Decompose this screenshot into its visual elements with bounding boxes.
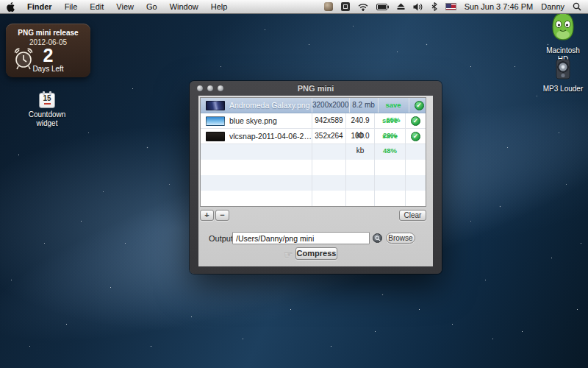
table-row-empty	[201, 175, 426, 191]
file-dimensions: 352x264	[312, 129, 345, 144]
pointing-hand-icon: ☞	[284, 249, 293, 261]
file-size: 240.9 kb	[345, 113, 374, 128]
add-file-button[interactable]: +	[200, 210, 214, 221]
table-row[interactable]: blue skye.png 942x589 240.9 kb save 29% …	[201, 113, 426, 129]
table-row[interactable]: Andromeda Galaxy.png 3200x2000 8.2 mb sa…	[201, 98, 426, 113]
wifi-icon[interactable]	[358, 3, 368, 11]
speaker-icon	[554, 59, 572, 79]
check-icon: ✓	[411, 116, 420, 126]
file-name: blue skye.png	[229, 116, 277, 125]
file-size: 8.2 mb	[349, 98, 378, 113]
file-name: Andromeda Galaxy.png	[229, 101, 310, 110]
file-save-percent: save 29%	[374, 113, 405, 128]
menu-finder[interactable]: Finder	[27, 2, 52, 11]
window-title: PNG mini	[190, 81, 442, 96]
battery-icon[interactable]	[376, 4, 389, 10]
output-label: Output:	[209, 234, 235, 243]
clear-button[interactable]: Clear	[399, 210, 426, 221]
us-flag-icon[interactable]	[445, 3, 456, 10]
search-icon[interactable]	[373, 233, 382, 243]
volume-icon[interactable]	[413, 3, 423, 11]
zoom-button[interactable]	[218, 85, 223, 91]
menu-window[interactable]: Window	[170, 2, 198, 11]
menu-bar: Finder File Edit View Go Window Help	[0, 0, 588, 14]
file-dimensions: 942x589	[312, 113, 345, 128]
green-creature-icon	[548, 10, 578, 41]
traffic-lights	[197, 85, 223, 91]
window-titlebar[interactable]: PNG mini	[190, 81, 442, 96]
thumbnail-galaxy	[206, 101, 225, 110]
minimize-button[interactable]	[207, 85, 213, 91]
table-row-empty	[201, 160, 426, 175]
desktop: Finder File Edit View Go Window Help	[0, 0, 588, 368]
browse-button[interactable]: Browse	[386, 233, 415, 244]
desktop-icon-mp3-louder[interactable]: MP3 Louder	[540, 59, 586, 93]
file-name: vlcsnap-2011-04-06-20h40m36s165.png	[229, 132, 312, 141]
file-size: 100.0 kb	[345, 129, 374, 144]
menu-clock[interactable]: Sun Jun 3 7:46 PM	[465, 2, 534, 11]
compress-row: ☞ Compress	[198, 247, 433, 262]
table-row-empty	[201, 144, 426, 160]
file-save-percent: save 65%	[378, 98, 409, 113]
check-icon: ✓	[415, 101, 424, 110]
png-mini-window: PNG mini Andromeda Galaxy.png 3200x2000 …	[190, 81, 442, 274]
bluetooth-icon[interactable]	[431, 2, 437, 11]
mp3-louder-label: MP3 Louder	[540, 85, 586, 93]
desktop-icon-countdown-widget[interactable]: 15 Countdown widget	[18, 93, 76, 128]
calendar-day: 15	[40, 93, 54, 103]
countdown-widget[interactable]: PNG mini release 2012-06-05 2 Days Left	[6, 24, 90, 77]
spotlight-icon[interactable]	[573, 2, 581, 11]
eject-icon[interactable]	[397, 3, 405, 10]
menu-file[interactable]: File	[65, 2, 78, 11]
calendar-icon: 15	[39, 93, 55, 108]
menu-edit[interactable]: Edit	[90, 2, 104, 11]
file-dimensions: 3200x2000	[312, 98, 349, 113]
menu-go[interactable]: Go	[146, 2, 157, 11]
thumbnail-vlcsnap	[206, 132, 225, 141]
thumbnail-sky	[206, 116, 225, 126]
file-save-percent: save 48%	[374, 129, 405, 144]
file-table: Andromeda Galaxy.png 3200x2000 8.2 mb sa…	[200, 97, 426, 207]
output-path-field[interactable]	[232, 232, 370, 244]
alarm-clock-icon	[12, 46, 35, 74]
table-row[interactable]: vlcsnap-2011-04-06-20h40m36s165.png 352x…	[201, 129, 426, 144]
widget-title: PNG mini release	[6, 29, 90, 37]
menu-user[interactable]: Danny	[541, 2, 564, 11]
output-row: Output: Browse	[198, 232, 433, 245]
window-content: Andromeda Galaxy.png 3200x2000 8.2 mb sa…	[198, 96, 433, 266]
remove-file-button[interactable]: −	[215, 210, 229, 221]
countdown-icon-label: Countdown widget	[18, 110, 76, 128]
close-button[interactable]	[197, 85, 203, 91]
input-source-icon[interactable]	[341, 2, 350, 11]
compress-button[interactable]: Compress	[295, 247, 337, 260]
menu-help[interactable]: Help	[211, 2, 228, 11]
menu-left: Finder File Edit View Go Window Help	[7, 2, 227, 12]
desktop-icon-macintosh-hd[interactable]: Macintosh HD	[540, 10, 586, 64]
menu-status-area: Sun Jun 3 7:46 PM Danny	[324, 2, 581, 11]
app-status-icon[interactable]	[324, 2, 333, 11]
table-row-empty	[201, 191, 426, 206]
menu-view[interactable]: View	[116, 2, 134, 11]
check-icon: ✓	[411, 132, 420, 141]
calendar-sub-line	[44, 103, 51, 105]
apple-menu-icon[interactable]	[7, 2, 15, 12]
